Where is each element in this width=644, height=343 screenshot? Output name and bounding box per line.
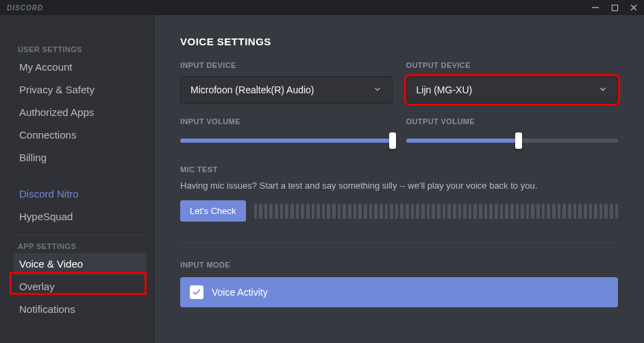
input-mode-voice-activity[interactable]: Voice Activity — [180, 277, 618, 307]
sidebar-divider — [16, 235, 144, 235]
input-device-select[interactable]: Microfoon (Realtek(R) Audio) — [180, 76, 393, 104]
sidebar-divider — [16, 176, 144, 176]
svg-rect-1 — [612, 5, 617, 10]
input-device-value: Microfoon (Realtek(R) Audio) — [190, 84, 314, 95]
output-device-value: Lijn (MG-XU) — [417, 84, 473, 95]
mic-test-description: Having mic issues? Start a test and say … — [180, 180, 618, 191]
lets-check-button[interactable]: Let's Check — [180, 200, 246, 222]
content-divider — [180, 242, 618, 243]
sidebar-item-overlay[interactable]: Overlay — [14, 276, 147, 298]
input-mode-value: Voice Activity — [212, 287, 268, 298]
output-volume-label: OUTPUT VOLUME — [406, 117, 619, 126]
sidebar-item-notifications[interactable]: Notifications — [14, 298, 147, 320]
sidebar-item-privacy[interactable]: Privacy & Safety — [14, 79, 147, 101]
sidebar-item-authorized-apps[interactable]: Authorized Apps — [14, 102, 147, 123]
close-button[interactable] — [629, 3, 639, 12]
settings-content: VOICE SETTINGS INPUT DEVICE Microfoon (R… — [154, 15, 644, 343]
output-device-label: OUTPUT DEVICE — [406, 61, 619, 69]
settings-sidebar: USER SETTINGS My Account Privacy & Safet… — [0, 15, 154, 343]
sidebar-item-billing[interactable]: Billing — [14, 147, 147, 169]
output-volume-slider[interactable] — [406, 132, 619, 149]
input-device-label: INPUT DEVICE — [180, 61, 393, 69]
input-volume-label: INPUT VOLUME — [180, 117, 393, 126]
checkbox-checked-icon — [190, 285, 203, 299]
app-brand: DISCORD — [7, 4, 43, 12]
sidebar-item-connections[interactable]: Connections — [14, 124, 147, 146]
input-mode-label: INPUT MODE — [180, 261, 618, 269]
sidebar-item-my-account[interactable]: My Account — [14, 56, 147, 78]
mic-test-label: MIC TEST — [180, 165, 618, 174]
sidebar-item-voice-video[interactable]: Voice & Video — [14, 253, 147, 275]
sidebar-section-user: USER SETTINGS — [18, 45, 147, 54]
input-volume-slider[interactable] — [180, 132, 393, 149]
sidebar-item-nitro[interactable]: Discord Nitro — [14, 183, 147, 205]
mic-level-meter — [254, 204, 618, 219]
chevron-down-icon — [598, 84, 608, 96]
output-device-select[interactable]: Lijn (MG-XU) — [406, 76, 619, 104]
chevron-down-icon — [373, 84, 382, 96]
sidebar-section-app: APP SETTINGS — [18, 242, 147, 250]
maximize-button[interactable] — [610, 3, 619, 12]
minimize-button[interactable] — [591, 3, 600, 12]
sidebar-item-hypesquad[interactable]: HypeSquad — [14, 206, 147, 228]
page-title: VOICE SETTINGS — [180, 36, 618, 47]
